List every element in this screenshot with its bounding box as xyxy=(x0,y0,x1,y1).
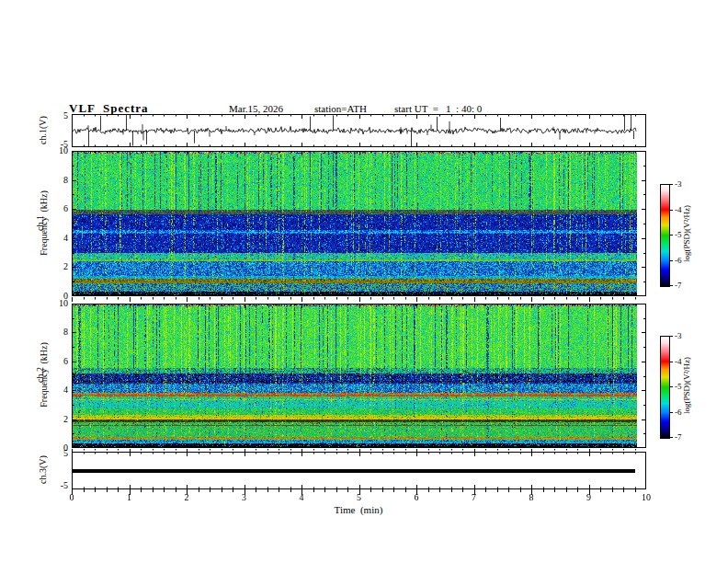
colorbar-tick-label: -6 xyxy=(675,408,682,417)
y-tick-label: 10 xyxy=(48,298,68,308)
y-tick-label: 8 xyxy=(48,327,68,337)
ylabel-spec1-frequency: Frequency (kHz) xyxy=(39,173,49,274)
colorbar-tick-mark xyxy=(669,386,673,387)
x-tick-label: 0 xyxy=(58,492,85,502)
colorbar1-label: log(PSD)(V²/Hz) xyxy=(682,188,691,280)
colorbar-tick-label: -3 xyxy=(675,179,682,189)
x-tick-label: 10 xyxy=(632,492,660,502)
ylabel-ch1-volts: ch.1(V) xyxy=(38,94,48,167)
spectrogram-ch2-canvas xyxy=(72,304,646,448)
header-start-ut: start UT = 1 : 40: 0 xyxy=(394,103,482,114)
y-tick-label: 5 xyxy=(48,448,68,458)
y-tick-label: 4 xyxy=(48,385,68,395)
x-tick-label: 9 xyxy=(575,492,603,502)
colorbar-tick-label: -5 xyxy=(675,230,682,239)
vlf-spectra-plot: VLF Spectra Mar.15, 2026 station=ATH sta… xyxy=(0,0,728,563)
colorbar-tick-mark xyxy=(669,260,673,261)
colorbar-tick-label: -5 xyxy=(675,382,682,391)
colorbar-tick-mark xyxy=(669,362,673,362)
ylabel-spec2-frequency: Frequency (kHz) xyxy=(39,325,49,426)
colorbar-tick-label: -7 xyxy=(675,281,682,290)
colorbar-tick-label: -6 xyxy=(675,256,682,265)
colorbar-tick-label: -4 xyxy=(675,357,682,366)
waveform-ch1-canvas xyxy=(72,114,646,147)
colorbar-tick-mark xyxy=(669,235,673,236)
colorbar-spec1 xyxy=(660,184,670,287)
colorbar-tick-mark xyxy=(669,336,673,337)
colorbar-tick-label: -3 xyxy=(675,331,682,340)
axis-ticks-strip-2 xyxy=(72,449,646,453)
colorbar2-label: log(PSD)(V²/Hz) xyxy=(682,339,691,431)
colorbar-tick-mark xyxy=(669,437,673,438)
colorbar-tick-mark xyxy=(669,285,673,286)
x-tick-label: 5 xyxy=(346,492,373,502)
axis-ticks-strip-1 xyxy=(72,297,646,303)
y-tick-label: 6 xyxy=(48,356,68,366)
y-tick-label: 10 xyxy=(48,145,68,155)
y-tick-label: 5 xyxy=(48,110,68,121)
x-tick-label: 2 xyxy=(173,492,200,502)
y-tick-label: 2 xyxy=(48,261,68,271)
y-tick-label: 2 xyxy=(48,414,68,424)
x-tick-label: 8 xyxy=(518,492,545,502)
colorbar-tick-mark xyxy=(669,184,673,185)
x-tick-label: 7 xyxy=(461,492,488,502)
colorbar-spec2 xyxy=(660,336,670,439)
x-tick-label: 6 xyxy=(403,492,430,502)
spectrogram-ch1-canvas xyxy=(72,151,646,296)
x-tick-label: 3 xyxy=(231,492,258,502)
colorbar-tick-mark xyxy=(669,210,673,211)
x-tick-label: 1 xyxy=(116,492,143,502)
x-axis-title: Time (min) xyxy=(313,504,404,515)
y-tick-label: 6 xyxy=(48,203,68,213)
y-tick-label: -5 xyxy=(48,480,68,490)
x-tick-label: 4 xyxy=(288,492,315,502)
y-tick-label: 8 xyxy=(48,175,68,185)
header-station: station=ATH xyxy=(314,103,367,114)
colorbar-tick-mark xyxy=(669,412,673,413)
ylabel-ch3-volts: ch.3(V) xyxy=(38,433,48,507)
y-tick-label: 4 xyxy=(48,233,68,243)
waveform-ch3-canvas xyxy=(72,452,646,489)
header-date: Mar.15, 2026 xyxy=(229,103,283,114)
colorbar-tick-label: -7 xyxy=(675,432,682,442)
colorbar-tick-label: -4 xyxy=(675,205,682,214)
